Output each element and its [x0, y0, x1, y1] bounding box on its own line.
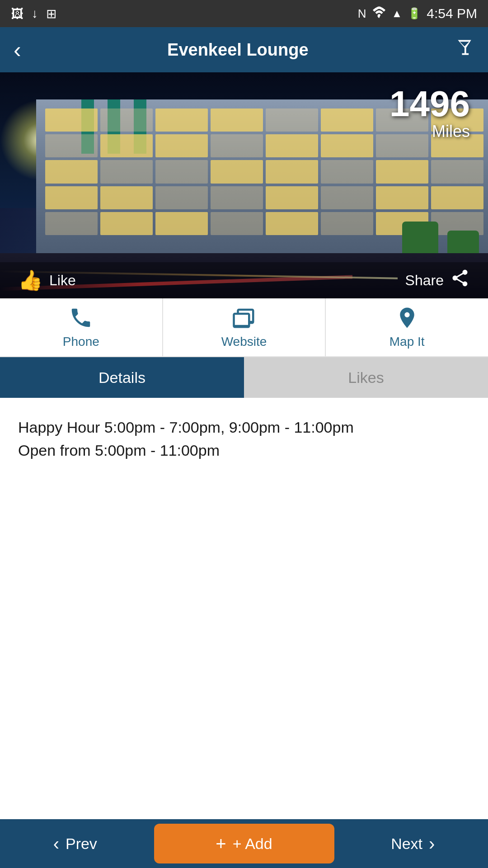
- tab-details-label: Details: [99, 369, 145, 387]
- next-label: Next: [391, 835, 422, 853]
- window: [321, 108, 373, 132]
- window: [211, 108, 263, 132]
- website-label: Website: [221, 335, 267, 349]
- window: [266, 160, 318, 183]
- status-bar: 🖼 ↓ ⊞ N ▲ 🔋 4:54 PM: [0, 0, 488, 27]
- window: [431, 160, 483, 183]
- add-plus-icon: +: [216, 834, 226, 854]
- gallery-icon: 🖼: [11, 6, 23, 21]
- map-action[interactable]: Map It: [326, 298, 488, 356]
- wifi-icon: [372, 5, 386, 23]
- tab-likes[interactable]: Likes: [244, 357, 488, 398]
- tabs: Details Likes: [0, 357, 488, 398]
- action-icons-row: Phone Website Map It: [0, 298, 488, 357]
- window: [376, 160, 428, 183]
- window: [155, 186, 208, 209]
- next-arrow-icon: ›: [429, 834, 435, 854]
- window: [266, 134, 318, 157]
- window: [266, 212, 318, 235]
- window: [155, 160, 208, 183]
- like-label: Like: [49, 272, 76, 289]
- website-action[interactable]: Website: [163, 298, 326, 356]
- phone-action[interactable]: Phone: [0, 298, 163, 356]
- window: [376, 186, 428, 209]
- status-time: 4:54 PM: [427, 6, 477, 21]
- toolbar: ‹ Evenkeel Lounge: [0, 27, 488, 72]
- next-button[interactable]: Next ›: [338, 819, 488, 868]
- window: [321, 212, 373, 235]
- window: [321, 186, 373, 209]
- window: [266, 186, 318, 209]
- window: [211, 160, 263, 183]
- prev-arrow-icon: ‹: [53, 834, 59, 854]
- bottom-nav: ‹ Prev + + Add Next ›: [0, 819, 488, 868]
- window: [45, 134, 98, 157]
- window: [155, 108, 208, 132]
- window: [45, 108, 98, 132]
- share-label: Share: [405, 272, 444, 289]
- window: [211, 186, 263, 209]
- download-icon: ↓: [32, 6, 38, 21]
- prev-button[interactable]: ‹ Prev: [0, 819, 150, 868]
- battery-icon: 🔋: [408, 7, 421, 20]
- window: [100, 212, 153, 235]
- window: [431, 186, 483, 209]
- martini-icon: [455, 38, 474, 62]
- map-label: Map It: [389, 335, 425, 349]
- window: [266, 108, 318, 132]
- details-text: Happy Hour 5:00pm - 7:00pm, 9:00pm - 11:…: [18, 416, 470, 462]
- share-icon: [450, 268, 470, 292]
- window: [45, 212, 98, 235]
- details-content: Happy Hour 5:00pm - 7:00pm, 9:00pm - 11:…: [0, 398, 488, 480]
- hero-image: 1496 Miles 👍 Like Share: [0, 72, 488, 298]
- thumbs-up-icon: 👍: [18, 269, 43, 292]
- tab-likes-label: Likes: [348, 369, 384, 387]
- signal-icon: ▲: [392, 7, 403, 20]
- like-button[interactable]: 👍 Like: [18, 269, 76, 292]
- nfc-icon: N: [358, 7, 366, 21]
- status-bar-right-icons: N ▲ 🔋 4:54 PM: [358, 5, 477, 23]
- window: [321, 134, 373, 157]
- grid-icon: ⊞: [46, 6, 56, 21]
- window: [155, 134, 208, 157]
- window: [100, 160, 153, 183]
- share-button[interactable]: Share: [405, 268, 470, 292]
- distance-value: 1496: [389, 86, 470, 122]
- window: [100, 134, 153, 157]
- back-button[interactable]: ‹: [14, 37, 21, 63]
- window: [45, 186, 98, 209]
- window: [211, 212, 263, 235]
- window: [211, 134, 263, 157]
- window: [45, 160, 98, 183]
- status-bar-left-icons: 🖼 ↓ ⊞: [11, 6, 56, 21]
- hero-actions: 👍 Like Share: [0, 262, 488, 298]
- phone-label: Phone: [63, 335, 99, 349]
- page-title: Evenkeel Lounge: [21, 40, 455, 60]
- add-button[interactable]: + + Add: [154, 824, 334, 863]
- distance-unit: Miles: [389, 122, 470, 141]
- window: [155, 212, 208, 235]
- window: [100, 108, 153, 132]
- window: [321, 160, 373, 183]
- tab-details[interactable]: Details: [0, 357, 244, 398]
- add-label: + Add: [233, 835, 272, 853]
- distance-badge: 1496 Miles: [389, 86, 470, 141]
- prev-label: Prev: [66, 835, 97, 853]
- window: [100, 186, 153, 209]
